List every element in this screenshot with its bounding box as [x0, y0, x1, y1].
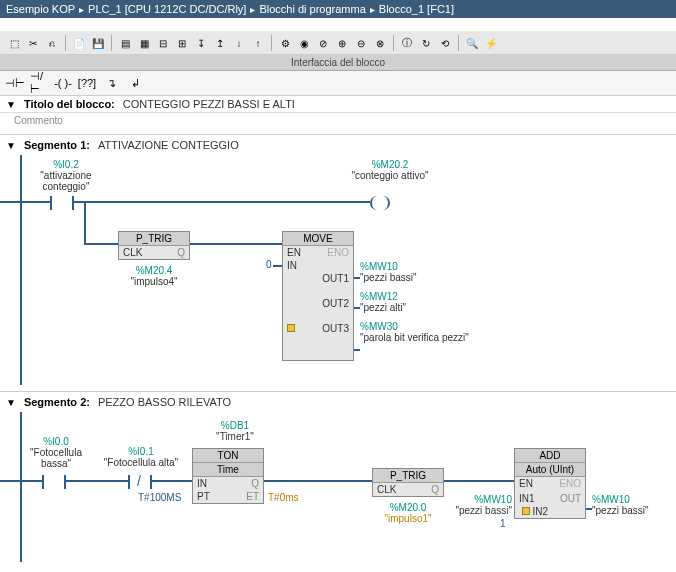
- expand-icon[interactable]: [522, 507, 530, 515]
- toolbar-btn-14[interactable]: ⚙: [277, 35, 293, 51]
- toolbar-btn-4[interactable]: 📄: [71, 35, 87, 51]
- breadcrumb-root[interactable]: Esempio KOP: [6, 3, 75, 15]
- toolbar-btn-3[interactable]: ⎌: [44, 35, 60, 51]
- add-out-tag[interactable]: %MW10 "pezzi bassi": [592, 494, 649, 516]
- ton-et-val[interactable]: T#0ms: [268, 492, 299, 503]
- toolbar-btn-21[interactable]: ↻: [418, 35, 434, 51]
- contact-no[interactable]: [42, 474, 66, 490]
- chevron-right-icon: ▸: [79, 4, 84, 15]
- toolbar-btn-24[interactable]: ⚡: [483, 35, 499, 51]
- toolbar-btn-1[interactable]: ⬚: [6, 35, 22, 51]
- expand-icon[interactable]: [287, 324, 295, 332]
- ton-block[interactable]: TON Time INQ PTET: [192, 448, 264, 504]
- toolbar-btn-12[interactable]: ↓: [231, 35, 247, 51]
- toolbar-btn-7[interactable]: ▦: [136, 35, 152, 51]
- segment1-header: ▼ Segmento 1: ATTIVAZIONE CONTEGGIO: [0, 134, 676, 155]
- main-toolbar: ⬚ ✂ ⎌ 📄 💾 ▤ ▦ ⊟ ⊞ ↧ ↥ ↓ ↑ ⚙ ◉ ⊘ ⊕ ⊖ ⊗ ⓘ …: [0, 32, 676, 55]
- toolbar-btn-8[interactable]: ⊟: [155, 35, 171, 51]
- toolbar-btn-17[interactable]: ⊕: [334, 35, 350, 51]
- toolbar-btn-5[interactable]: 💾: [90, 35, 106, 51]
- coil[interactable]: [370, 195, 390, 211]
- segment2-label: Segmento 2:: [24, 396, 90, 408]
- toolbar-btn-13[interactable]: ↑: [250, 35, 266, 51]
- wire: [74, 201, 370, 203]
- add-in2-val[interactable]: 1: [500, 518, 506, 529]
- block-comment[interactable]: Commento: [0, 113, 676, 128]
- collapse-icon[interactable]: ▼: [6, 99, 16, 110]
- block-title-label: Titolo del blocco:: [24, 98, 115, 110]
- ptrig2-tag[interactable]: %M20.0 "impulso1": [370, 502, 446, 524]
- ton-db-tag[interactable]: %DB1 "Timer1": [200, 420, 270, 442]
- branch-close-icon[interactable]: ↲: [126, 74, 144, 92]
- collapse-icon[interactable]: ▼: [6, 140, 16, 151]
- branch: [84, 201, 86, 245]
- toolbar-btn-20[interactable]: ⓘ: [399, 35, 415, 51]
- add-block[interactable]: ADD Auto (UInt) ENENO IN1OUT IN2: [514, 448, 586, 519]
- contact-no[interactable]: [50, 195, 74, 211]
- interface-bar[interactable]: Interfaccia del blocco: [0, 55, 676, 71]
- toolbar-btn-15[interactable]: ◉: [296, 35, 312, 51]
- chevron-right-icon: ▸: [250, 4, 255, 15]
- ptrig-tag[interactable]: %M20.4 "impulso4": [112, 265, 196, 287]
- segment1-ladder[interactable]: %I0.2 "attivazione conteggio" %M20.2 "co…: [0, 155, 676, 385]
- segment2-desc[interactable]: PEZZO BASSO RILEVATO: [98, 396, 231, 408]
- toolbar-btn-22[interactable]: ⟲: [437, 35, 453, 51]
- contact-nc[interactable]: [128, 474, 152, 490]
- coil-tag[interactable]: %M20.2 "conteggio attivo": [340, 159, 440, 181]
- contact-no-icon[interactable]: ⊣⊢: [6, 74, 24, 92]
- breadcrumb-block[interactable]: Blocco_1 [FC1]: [379, 3, 454, 15]
- toolbar-btn-9[interactable]: ⊞: [174, 35, 190, 51]
- segment1-label: Segmento 1:: [24, 139, 90, 151]
- coil-icon[interactable]: -( )-: [54, 74, 72, 92]
- contact2-tag[interactable]: %I0.1 "Fotocellula alta": [96, 446, 186, 468]
- wire: [273, 265, 282, 267]
- segment1-desc[interactable]: ATTIVAZIONE CONTEGGIO: [98, 139, 239, 151]
- collapse-icon[interactable]: ▼: [6, 397, 16, 408]
- move-out3-tag[interactable]: %MW30 "parola bit verifica pezzi": [360, 321, 469, 343]
- move-in-val[interactable]: 0: [266, 259, 272, 270]
- wire: [84, 243, 118, 245]
- breadcrumb-folder[interactable]: Blocchi di programma: [259, 3, 365, 15]
- wire: [0, 201, 50, 203]
- block-title-value[interactable]: CONTEGGIO PEZZI BASSI E ALTI: [123, 98, 295, 110]
- ptrig-block[interactable]: P_TRIG CLKQ: [118, 231, 190, 260]
- toolbar-btn-18[interactable]: ⊖: [353, 35, 369, 51]
- move-block[interactable]: MOVE ENENO IN OUT1 OUT2 OUT3: [282, 231, 354, 361]
- ptrig2-block[interactable]: P_TRIG CLKQ: [372, 468, 444, 497]
- chevron-right-icon: ▸: [370, 4, 375, 15]
- move-out2-tag[interactable]: %MW12 "pezzi alti": [360, 291, 406, 313]
- contact1-tag[interactable]: %I0.0 "Fotocellula bassa": [16, 436, 96, 469]
- ladder-toolbar: ⊣⊢ ⊣/⊢ -( )- [??] ↴ ↲: [0, 71, 676, 96]
- segment2-header: ▼ Segmento 2: PEZZO BASSO RILEVATO: [0, 391, 676, 412]
- ton-pt-val[interactable]: T#100MS: [138, 492, 181, 503]
- move-out1-tag[interactable]: %MW10 "pezzi bassi": [360, 261, 417, 283]
- toolbar-btn-11[interactable]: ↥: [212, 35, 228, 51]
- toolbar-btn-6[interactable]: ▤: [117, 35, 133, 51]
- power-rail: [20, 412, 22, 562]
- block-title-row: ▼ Titolo del blocco: CONTEGGIO PEZZI BAS…: [0, 96, 676, 113]
- contact-nc-icon[interactable]: ⊣/⊢: [30, 74, 48, 92]
- toolbar-btn-2[interactable]: ✂: [25, 35, 41, 51]
- power-rail: [20, 155, 22, 385]
- add-in1-tag[interactable]: %MW10 "pezzi bassi": [454, 494, 512, 516]
- breadcrumb-plc[interactable]: PLC_1 [CPU 1212C DC/DC/Rly]: [88, 3, 246, 15]
- segment2-ladder[interactable]: %I0.0 "Fotocellula bassa" %I0.1 "Fotocel…: [0, 412, 676, 562]
- wire: [190, 243, 282, 245]
- box-icon[interactable]: [??]: [78, 74, 96, 92]
- branch-open-icon[interactable]: ↴: [102, 74, 120, 92]
- toolbar-btn-10[interactable]: ↧: [193, 35, 209, 51]
- breadcrumb: Esempio KOP ▸ PLC_1 [CPU 1212C DC/DC/Rly…: [0, 0, 676, 18]
- toolbar-btn-23[interactable]: 🔍: [464, 35, 480, 51]
- toolbar-btn-19[interactable]: ⊗: [372, 35, 388, 51]
- toolbar-btn-16[interactable]: ⊘: [315, 35, 331, 51]
- contact-tag[interactable]: %I0.2 "attivazione conteggio": [26, 159, 106, 192]
